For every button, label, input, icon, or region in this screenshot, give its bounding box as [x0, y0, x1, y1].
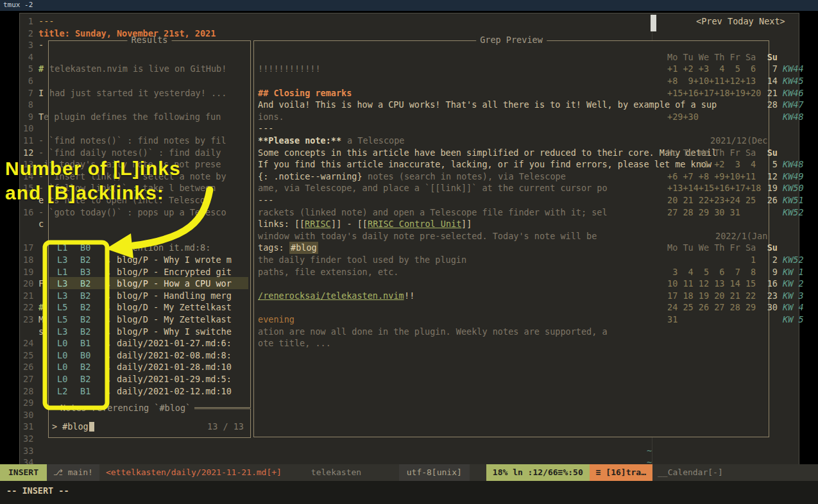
text-cursor — [89, 422, 94, 432]
calendar-week-number: KW 1 — [783, 266, 804, 278]
calendar-week-days[interactable]: 10 11 12 13 14 15 — [667, 278, 756, 290]
calendar-week-days[interactable]: +8 9+10+11+12+13 — [667, 75, 756, 87]
calendar-sunday-day[interactable]: 26 — [762, 194, 778, 206]
calendar-sunday-day[interactable]: 14 — [762, 75, 778, 87]
calendar-sunday-day[interactable]: 28 — [762, 99, 778, 111]
result-row[interactable]: i mention it.md:8: — [117, 242, 210, 254]
text-fragment: ote title, ... — [258, 337, 331, 349]
calendar-sunday-day[interactable]: 12 — [762, 171, 778, 183]
plugin-name: telekasten — [311, 464, 361, 481]
down-arrow-icon: ↓ — [106, 290, 111, 302]
calendar-sunday-day[interactable]: 9 — [762, 266, 778, 278]
calendar-week-days[interactable]: 27 28 29 30 31 — [667, 206, 740, 219]
prompt-title: Notes referencing `#blog` — [56, 403, 194, 413]
result-row[interactable]: blog/P - Why I wrote m — [117, 254, 232, 266]
result-row[interactable]: blog/P - Encrypted git — [117, 266, 232, 278]
calendar-week-days[interactable]: 24 25 26 27 28 29 — [667, 301, 756, 314]
calendar-sunday-day[interactable]: 16 — [762, 278, 778, 290]
calendar-week-days[interactable]: 3 4 5 6 7 8 — [667, 266, 756, 278]
text-fragment: ~ — [647, 445, 652, 457]
text-fragment: Some concepts in this article have been … — [258, 147, 717, 159]
calendar-sunday-day[interactable]: 2 — [762, 254, 778, 266]
links-count: L5 — [57, 314, 67, 326]
calendar-week-number: KW45 — [783, 75, 804, 87]
result-row[interactable]: daily/2021-01-29.md:5: — [117, 373, 232, 385]
calendar-week-number: KW48 — [783, 111, 804, 123]
text-fragment: !!!!!!!!!!!! — [258, 63, 321, 75]
calendar-week-number: KW 4 — [783, 301, 804, 314]
calendar-week-days[interactable]: +13+14+15+16+17+18 — [667, 182, 761, 194]
calendar-week-days[interactable]: +1 +2 +3 4 5 6 — [667, 63, 756, 75]
text-fragment: window with today's daily note pre-selec… — [258, 230, 597, 242]
links-count: L0 — [57, 361, 67, 373]
links-count: L3 — [57, 326, 67, 338]
calendar-week-number: KW46 — [783, 87, 804, 99]
calendar-sunday-header: Su — [762, 51, 778, 63]
wiki-link[interactable]: RRISC — [305, 218, 331, 230]
wiki-link[interactable]: RRISC Control Unit — [368, 218, 461, 230]
links-count: L0 — [57, 337, 67, 349]
calendar-week-number: KW 2 — [783, 278, 804, 290]
result-row[interactable]: daily/2021-01-28.md:10 — [117, 361, 232, 373]
calendar-week-days[interactable]: +29+30 — [667, 111, 699, 123]
result-row[interactable]: blog/D - My Zettelkast — [117, 314, 232, 326]
file-encoding: utf-8[unix] — [399, 464, 470, 481]
calendar-week-days[interactable]: 20 21 22+23+24 25 — [667, 194, 756, 206]
calendar-sunday-day[interactable]: 19 — [762, 182, 778, 194]
calendar-week-days[interactable]: 31 — [667, 314, 677, 326]
line-number: 29 — [23, 397, 33, 409]
calendar-sunday-day[interactable]: 5 — [762, 158, 778, 171]
down-arrow-icon: ↓ — [106, 278, 111, 290]
down-arrow-icon: ↓ — [106, 349, 111, 362]
calendar-month-label: 2021/12(Dec — [710, 135, 767, 147]
result-row[interactable]: daily/2021-02-12.md:10 — [117, 385, 232, 398]
text-fragment: links: [[ — [258, 218, 305, 230]
links-count: L1 — [57, 242, 67, 254]
result-row[interactable]: daily/2021-02-08.md:8: — [117, 349, 232, 362]
calendar-week-days[interactable]: +15+16+17+18+19+20 — [667, 87, 761, 99]
calendar-next-button[interactable]: Next> — [759, 15, 785, 28]
backlinks-count: B2 — [80, 278, 90, 290]
backlinks-count: B1 — [80, 337, 90, 349]
line-number: 26 — [23, 361, 33, 373]
line-number: 4 — [23, 51, 33, 63]
calendar-sunday-day[interactable]: 30 — [762, 301, 778, 314]
calendar-sunday-day[interactable]: 7 — [762, 63, 778, 75]
text-fragment: # — [38, 63, 44, 75]
calendar-today-button[interactable]: Today — [728, 15, 754, 28]
text-fragment: c — [38, 218, 44, 230]
statusline-spacer — [361, 464, 399, 481]
result-row[interactable]: blog/P - Handling merg — [117, 290, 232, 302]
backlinks-count: B2 — [80, 361, 90, 373]
calendar-week-days[interactable]: 17 18 19 20 21 22 — [667, 290, 756, 302]
result-row[interactable]: daily/2021-01-27.md:6: — [117, 337, 232, 349]
prompt-query-input[interactable]: #blog — [62, 421, 89, 433]
text-fragment: I — [38, 87, 44, 99]
result-row[interactable]: blog/P - Why I switche — [117, 326, 232, 338]
calendar-week-number: KW 5 — [783, 314, 804, 326]
calendar-sunday-day[interactable]: 23 — [762, 290, 778, 302]
text-fragment: --- — [38, 15, 54, 28]
text-fragment: {: .notice--warning} — [258, 171, 362, 183]
line-number: 33 — [23, 445, 33, 457]
repo-link[interactable]: /renerocksai/telekasten.nvim — [258, 290, 404, 302]
line-number: 2 — [23, 28, 33, 40]
calendar-sunday-day[interactable]: 21 — [762, 87, 778, 99]
down-arrow-icon: ↓ — [106, 385, 111, 398]
result-row[interactable]: blog/D - My Zettelkast — [117, 301, 232, 314]
calendar-week-days[interactable]: 1 — [667, 254, 756, 266]
text-fragment: ions. — [258, 111, 284, 123]
line-number: 18 — [23, 254, 33, 266]
scrollbar-thumb[interactable] — [651, 15, 656, 31]
calendar-prev-button[interactable]: <Prev — [696, 15, 722, 28]
text-fragment: F — [38, 278, 44, 290]
text-fragment: If you find this article inaccurate, lac… — [258, 158, 711, 171]
down-arrow-icon: ↓ — [106, 242, 111, 254]
prompt-symbol: > — [52, 421, 57, 433]
cursor-position: 18% ln :12/66≡%:50 — [486, 464, 590, 481]
text-fragment: ation are now all done in the plugin. We… — [258, 326, 608, 338]
calendar-week-days[interactable]: +1 +2 3 4 — [667, 158, 756, 171]
result-row[interactable]: blog/P - How a CPU wor — [117, 278, 232, 290]
line-number: 30 — [23, 409, 33, 421]
calendar-week-days[interactable]: +6 +7 +8 +9+10+11 — [667, 171, 756, 183]
